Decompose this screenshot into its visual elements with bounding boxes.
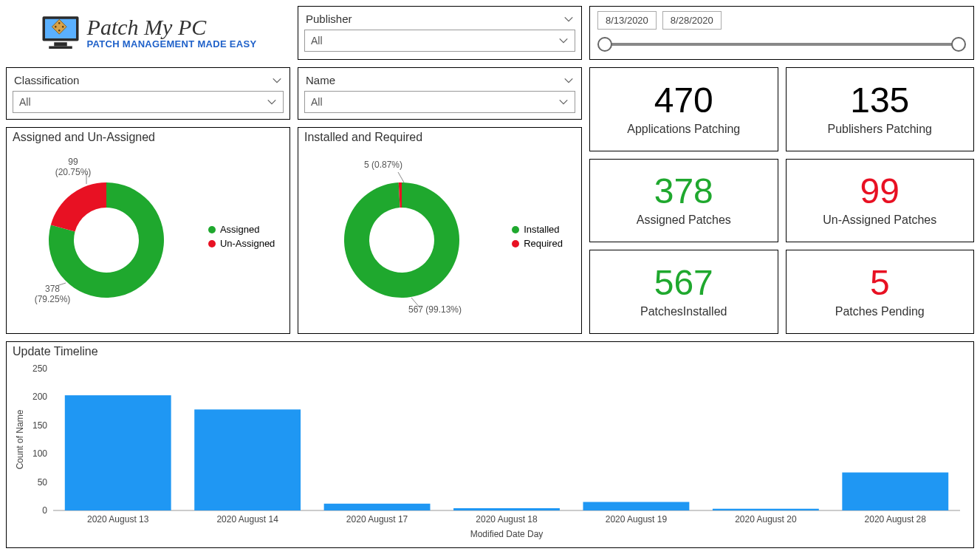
chart-title: Installed and Required — [304, 131, 575, 144]
donut-legend: Installed Required — [512, 221, 563, 252]
filter-classification-select[interactable]: All — [13, 91, 284, 113]
chart-installed-required[interactable]: Installed and Required 5 (0.87%)567 (99.… — [298, 127, 582, 334]
svg-text:99: 99 — [68, 157, 78, 167]
svg-rect-23 — [65, 395, 171, 510]
svg-text:2020 August 14: 2020 August 14 — [216, 514, 278, 524]
kpi-assigned-patches[interactable]: 378 Assigned Patches — [589, 159, 778, 243]
slider-handle-start[interactable] — [597, 37, 612, 52]
brand-tagline: PATCH MANAGEMENT MADE EASY — [87, 38, 257, 49]
svg-text:Count of Name: Count of Name — [15, 409, 25, 469]
svg-rect-2 — [54, 42, 67, 46]
brand-name: Patch My PC — [87, 16, 257, 38]
svg-text:2020 August 17: 2020 August 17 — [346, 514, 408, 524]
chevron-down-icon — [558, 35, 569, 46]
svg-rect-27 — [324, 504, 431, 510]
svg-text:200: 200 — [32, 392, 47, 402]
svg-text:150: 150 — [32, 420, 47, 431]
svg-text:2020 August 13: 2020 August 13 — [87, 514, 149, 524]
svg-text:Modified Date Day: Modified Date Day — [470, 529, 544, 539]
svg-text:2020 August 19: 2020 August 19 — [606, 514, 668, 524]
chart-title: Assigned and Un-Assigned — [13, 131, 284, 144]
svg-rect-29 — [453, 508, 560, 510]
svg-rect-31 — [583, 502, 690, 510]
svg-rect-25 — [194, 409, 301, 510]
svg-text:567 (99.13%): 567 (99.13%) — [408, 304, 462, 315]
monitor-icon — [40, 13, 81, 54]
chart-assigned-unassigned[interactable]: Assigned and Un-Assigned 99(20.75%)378(7… — [6, 127, 290, 334]
kpi-unassigned-patches[interactable]: 99 Un-Assigned Patches — [786, 159, 975, 243]
svg-text:2020 August 18: 2020 August 18 — [476, 514, 538, 524]
svg-text:5 (0.87%): 5 (0.87%) — [364, 160, 402, 170]
brand-logo: Patch My PC PATCH MANAGEMENT MADE EASY — [6, 6, 290, 60]
chevron-down-icon[interactable] — [272, 75, 282, 86]
date-range-slider: 8/13/2020 8/28/2020 — [589, 6, 974, 60]
chevron-down-icon — [558, 97, 569, 107]
slider-track[interactable] — [597, 34, 966, 55]
filter-name-label: Name — [306, 74, 335, 86]
filter-publisher: Publisher All — [298, 6, 582, 60]
kpi-patches-pending[interactable]: 5 Patches Pending — [786, 250, 975, 334]
svg-text:250: 250 — [32, 363, 47, 374]
chevron-down-icon — [267, 97, 277, 107]
filter-name: Name All — [298, 67, 582, 120]
svg-text:(20.75%): (20.75%) — [55, 167, 91, 177]
slider-handle-end[interactable] — [951, 37, 966, 52]
kpi-patches-installed[interactable]: 567 PatchesInstalled — [589, 250, 778, 334]
svg-text:2020 August 28: 2020 August 28 — [865, 514, 927, 524]
svg-text:100: 100 — [32, 448, 47, 459]
kpi-publishers-patching[interactable]: 135 Publishers Patching — [786, 67, 975, 151]
donut-assigned-svg: 99(20.75%)378(79.25%) — [21, 151, 191, 321]
svg-text:378: 378 — [45, 284, 60, 294]
donut-legend: Assigned Un-Assigned — [208, 221, 275, 252]
svg-text:0: 0 — [42, 505, 47, 516]
svg-rect-35 — [842, 473, 948, 510]
filter-publisher-label: Publisher — [306, 13, 352, 25]
svg-rect-3 — [49, 46, 72, 49]
filter-classification: Classification All — [6, 67, 290, 120]
donut-installed-svg: 5 (0.87%)567 (99.13%) — [317, 151, 487, 321]
date-from[interactable]: 8/13/2020 — [597, 11, 657, 30]
svg-text:2020 August 20: 2020 August 20 — [735, 514, 797, 524]
chart-update-timeline[interactable]: Update Timeline 050100150200250Count of … — [6, 341, 974, 548]
svg-text:50: 50 — [38, 477, 48, 488]
filter-name-select[interactable]: All — [304, 91, 575, 113]
filter-publisher-select[interactable]: All — [304, 30, 575, 52]
date-to[interactable]: 8/28/2020 — [662, 11, 722, 30]
kpi-apps-patching[interactable]: 470 Applications Patching — [589, 67, 778, 151]
kpi-grid: 470 Applications Patching 135 Publishers… — [589, 67, 974, 334]
timeline-svg: 050100150200250Count of Name2020 August … — [13, 361, 967, 540]
svg-text:(79.25%): (79.25%) — [34, 294, 70, 304]
filter-classification-label: Classification — [14, 74, 79, 86]
svg-rect-33 — [713, 509, 819, 510]
chevron-down-icon[interactable] — [563, 14, 574, 24]
chevron-down-icon[interactable] — [563, 75, 574, 86]
chart-title: Update Timeline — [13, 345, 967, 358]
